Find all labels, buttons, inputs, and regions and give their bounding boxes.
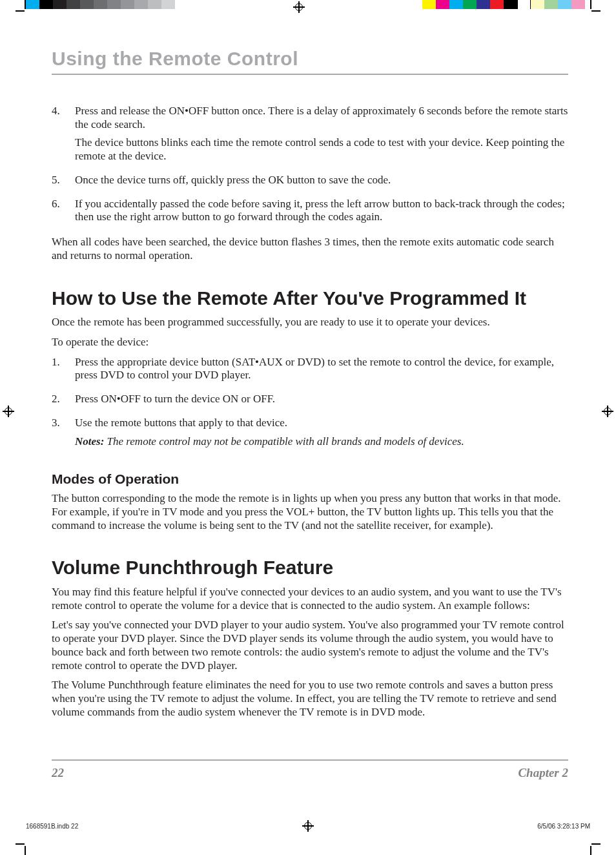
registration-mark-icon: [602, 406, 613, 417]
step-text: Press the appropriate device button (SAT…: [75, 356, 568, 382]
list-item: 2. Press ON•OFF to turn the device ON or…: [52, 393, 568, 411]
section-heading: Volume Punchthrough Feature: [52, 557, 568, 579]
crop-tick: [25, 0, 26, 9]
page-number: 22: [52, 766, 64, 780]
step-number: 4.: [52, 105, 63, 169]
list-item: 6. If you accidentally passed the code b…: [52, 198, 568, 229]
operate-steps: 1. Press the appropriate device button (…: [52, 356, 568, 454]
crop-tick: [15, 10, 25, 12]
chapter-title: Using the Remote Control: [52, 48, 568, 75]
crop-tick: [590, 846, 591, 855]
list-item: 3. Use the remote buttons that apply to …: [52, 417, 568, 453]
subsection-heading: Modes of Operation: [52, 471, 568, 487]
step-number: 2.: [52, 393, 63, 411]
step-text: If you accidentally passed the code befo…: [75, 198, 568, 224]
calibration-strip-right: [422, 0, 585, 9]
step-number: 5.: [52, 174, 63, 192]
body-paragraph: You may find this feature helpful if you…: [52, 586, 568, 612]
registration-mark-icon: [293, 1, 305, 13]
body-paragraph: Let's say you've connected your DVD play…: [52, 619, 568, 672]
body-paragraph: When all codes have been searched, the d…: [52, 236, 568, 262]
crop-tick: [25, 846, 26, 855]
slugline: 1668591B.indb 22 6/5/06 3:28:13 PM: [26, 820, 590, 832]
notes-line: Notes: The remote control may not be com…: [75, 435, 568, 449]
registration-mark-icon: [3, 406, 14, 417]
step-text: Once the device turns off, quickly press…: [75, 174, 568, 187]
step-text: Press and release the ON•OFF button once…: [75, 105, 568, 131]
step-number: 1.: [52, 356, 63, 387]
page-content: Using the Remote Control 4. Press and re…: [52, 48, 568, 726]
list-item: 1. Press the appropriate device button (…: [52, 356, 568, 387]
steps-continued: 4. Press and release the ON•OFF button o…: [52, 105, 568, 229]
page-footer: 22 Chapter 2: [52, 759, 568, 780]
step-text: Press ON•OFF to turn the device ON or OF…: [75, 393, 568, 406]
step-number: 6.: [52, 198, 63, 229]
calibration-strip-left: [26, 0, 175, 9]
step-text: Use the remote buttons that apply to tha…: [75, 417, 568, 430]
body-paragraph: To operate the device:: [52, 336, 568, 349]
crop-tick: [591, 10, 601, 12]
list-item: 4. Press and release the ON•OFF button o…: [52, 105, 568, 169]
body-paragraph: The Volume Punchthrough feature eliminat…: [52, 679, 568, 719]
notes-body: The remote control may not be compatible…: [104, 435, 464, 448]
list-item: 5. Once the device turns off, quickly pr…: [52, 174, 568, 192]
section-heading: How to Use the Remote After You've Progr…: [52, 287, 568, 310]
registration-mark-icon: [302, 820, 314, 832]
step-number: 3.: [52, 417, 63, 453]
crop-tick: [590, 0, 591, 9]
body-paragraph: The button corresponding to the mode the…: [52, 492, 568, 532]
crop-tick: [15, 843, 25, 845]
slug-file: 1668591B.indb 22: [26, 823, 78, 830]
notes-label: Notes:: [75, 435, 104, 448]
body-paragraph: Once the remote has been programmed succ…: [52, 316, 568, 329]
step-text: The device buttons blinks each time the …: [75, 136, 568, 163]
chapter-label: Chapter 2: [518, 766, 568, 780]
slug-datetime: 6/5/06 3:28:13 PM: [537, 823, 590, 830]
crop-tick: [591, 843, 601, 845]
